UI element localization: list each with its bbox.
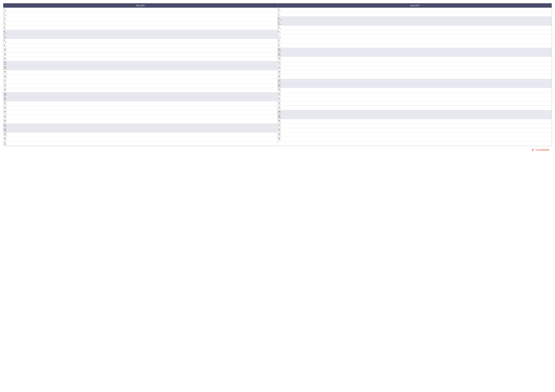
logo-icon: 7 [531, 148, 535, 152]
day-row: 2TOR [3, 12, 278, 17]
day-row: 23PET [278, 106, 552, 110]
calendar-grid: Maj 20231PON2TOR3SRE4ČET5PET6SOB7NED8PON… [3, 3, 552, 146]
day-row: 16PET [278, 75, 552, 79]
day-number: 8 [4, 39, 5, 41]
day-abbr: SOB [278, 113, 281, 114]
day-row: 24SOB [278, 110, 552, 114]
day-number: 10 [4, 48, 6, 50]
day-number: 13 [278, 62, 280, 64]
day-abbr: SRE [278, 131, 281, 132]
day-row: 18NED [278, 84, 552, 88]
day-abbr: TOR [4, 15, 7, 16]
day-info: 2TOR [4, 13, 9, 16]
day-row: 25NED [278, 115, 552, 119]
day-abbr: ČET [278, 10, 281, 12]
day-abbr: PON [278, 59, 281, 61]
day-number: 19 [278, 88, 280, 90]
day-row: 21SRE [278, 97, 552, 101]
day-abbr: NED [4, 131, 7, 132]
day-info: 29ČET [278, 133, 283, 136]
day-abbr: SRE [4, 50, 7, 52]
day-number: 25 [4, 115, 6, 117]
day-info: 5PON [278, 26, 283, 29]
day-number: 7 [278, 35, 279, 37]
day-number: 30 [4, 137, 6, 139]
day-abbr: PET [4, 28, 7, 29]
day-row: 13SOB [3, 61, 278, 66]
day-number: 25 [278, 115, 280, 117]
day-abbr: TOR [4, 77, 7, 78]
day-row: 8ČET [278, 39, 552, 43]
day-abbr: SOB [4, 95, 7, 96]
day-number: 2 [4, 13, 5, 15]
day-abbr: SRE [278, 68, 281, 70]
day-row: 12PET [3, 57, 278, 61]
day-number: 18 [4, 84, 6, 86]
day-number: 13 [4, 62, 6, 64]
day-row: 4NED [278, 21, 552, 26]
day-info: 1ČET [278, 8, 283, 12]
day-number: 26 [278, 120, 280, 122]
month-column-1: Maj 20231PON2TOR3SRE4ČET5PET6SOB7NED8PON… [3, 3, 278, 146]
day-abbr: PON [278, 28, 281, 29]
day-info: 17SOB [278, 79, 283, 83]
day-info: 9PET [278, 44, 283, 47]
day-row: 25ČET [3, 115, 278, 119]
day-number: 24 [278, 110, 280, 113]
day-number: 21 [4, 97, 6, 100]
day-row: 29PON [3, 132, 278, 137]
day-number: 6 [4, 30, 5, 33]
day-abbr: PET [278, 77, 281, 78]
day-info: 4NED [278, 21, 283, 25]
day-info: 15ČET [278, 71, 283, 74]
footer-logo: 7 CALENDAR [531, 148, 549, 152]
day-info: 30PET [278, 137, 283, 141]
day-info: 6TOR [278, 30, 283, 34]
day-abbr: SRE [4, 113, 7, 114]
day-abbr: TOR [278, 95, 281, 96]
day-number: 16 [278, 75, 280, 77]
day-info: 13SOB [4, 62, 9, 65]
day-number: 31 [4, 142, 6, 144]
day-info: 19PON [278, 88, 283, 92]
day-info: 2PET [278, 13, 283, 16]
day-abbr: PON [278, 91, 281, 92]
day-abbr: PET [278, 108, 281, 110]
day-row: 1PON [3, 8, 278, 12]
day-info: 27TOR [278, 124, 283, 128]
day-number: 26 [4, 120, 6, 122]
day-row: 7NED [3, 35, 278, 39]
day-abbr: ČET [4, 24, 7, 25]
day-abbr: NED [278, 117, 281, 119]
day-row: 9TOR [3, 43, 278, 48]
day-info: 6SOB [4, 30, 9, 34]
day-number: 17 [278, 79, 280, 82]
day-info: 9TOR [4, 44, 9, 47]
day-number: 7 [4, 35, 5, 37]
day-row: 30PET [278, 137, 552, 141]
day-info: 23PET [278, 106, 283, 110]
day-row: 9PET [278, 43, 552, 48]
day-abbr: ČET [4, 86, 7, 88]
day-row: 3SRE [3, 17, 278, 21]
day-info: 3SRE [4, 17, 9, 21]
day-abbr: PON [4, 42, 7, 43]
day-abbr: TOR [4, 46, 7, 47]
day-row: 17SRE [3, 79, 278, 84]
day-abbr: PON [4, 104, 7, 105]
day-number: 27 [278, 124, 280, 126]
day-info: 14SRE [278, 66, 283, 70]
day-row: 26PET [3, 119, 278, 124]
day-number: 22 [278, 102, 280, 104]
day-row: 27TOR [278, 124, 552, 128]
day-abbr: ČET [4, 55, 7, 56]
day-row: 24SRE [3, 110, 278, 114]
day-info: 26PON [278, 120, 283, 123]
day-row: 10SOB [278, 48, 552, 52]
day-number: 14 [4, 66, 6, 68]
day-abbr: TOR [4, 140, 7, 141]
day-row: 26PON [278, 119, 552, 124]
day-info: 18NED [278, 84, 283, 87]
day-row: 17SOB [278, 79, 552, 84]
day-abbr: SRE [278, 100, 281, 101]
